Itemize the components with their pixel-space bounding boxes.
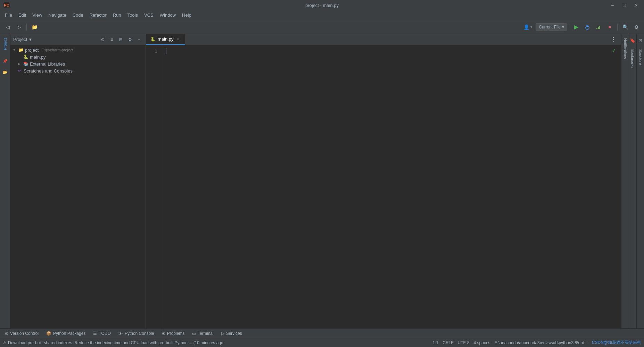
stop-button[interactable]: ■ (605, 22, 614, 32)
project-panel-dropdown-icon[interactable]: ▾ (29, 37, 32, 42)
python-console-label: Python Console (125, 331, 154, 336)
close-button[interactable]: × (632, 2, 641, 9)
run-config-label: Current File (539, 25, 561, 29)
menu-code[interactable]: Code (70, 11, 86, 19)
run-button[interactable]: ▶ (571, 22, 581, 32)
menu-bar: File Edit View Navigate Code Refactor Ru… (0, 10, 644, 20)
project-panel: Project ▾ ⊙ ≡ ⊟ ⚙ − ▼ 📁 project E:\pycha… (10, 34, 146, 328)
editor-status-check: ✓ (612, 47, 616, 54)
tree-item-scratches[interactable]: ✏ Scratches and Consoles (10, 67, 146, 74)
left-sidebar-tabs: Project 📌 📂 (0, 34, 10, 328)
run-config-dropdown[interactable]: Current File ▾ (536, 23, 567, 31)
app-logo: PC (3, 2, 10, 8)
sidebar-tab-project[interactable]: Project (2, 35, 9, 53)
bottom-tab-problems[interactable]: ⊗ Problems (158, 330, 188, 337)
window-title: project - main.py (305, 3, 339, 8)
tree-item-project-root[interactable]: ▼ 📁 project E:\pycharm\project (10, 46, 146, 53)
python-file-icon: 🐍 (23, 54, 28, 60)
status-bar: ⚠ Download pre-built shared indexes: Red… (0, 338, 644, 347)
menu-tools[interactable]: Tools (125, 11, 141, 19)
indent-settings[interactable]: 4 spaces (474, 340, 490, 345)
bottom-tab-todo[interactable]: ☰ TODO (90, 330, 114, 337)
panel-collapse-all-button[interactable]: ≡ (108, 36, 116, 43)
editor-tab-mainpy[interactable]: 🐍 main.py × (146, 34, 185, 45)
tree-label-mainpy: main.py (30, 54, 46, 60)
menu-navigate[interactable]: Navigate (46, 11, 69, 19)
editor-vertical-scrollbar[interactable] (618, 45, 621, 328)
bottom-tab-services[interactable]: ▷ Services (218, 330, 246, 337)
line-number-1: 1 (146, 48, 160, 54)
python-packages-icon: 📦 (46, 331, 51, 336)
problems-label: Problems (167, 331, 185, 336)
editor-tab-bar: 🐍 main.py × ⋮ (146, 34, 621, 45)
svg-text:PC: PC (4, 3, 9, 7)
debug-button[interactable] (583, 22, 592, 32)
panel-fold-button[interactable]: ⊟ (117, 36, 125, 43)
account-dropdown-icon: ▾ (530, 25, 532, 29)
menu-vcs[interactable]: VCS (141, 11, 156, 19)
structure-icon[interactable]: ⊡ (636, 35, 644, 45)
tree-item-mainpy[interactable]: 🐍 main.py (10, 53, 146, 60)
project-panel-title: Project (13, 37, 27, 42)
bookmarks-label[interactable]: Bookmarks (630, 49, 635, 68)
menu-file[interactable]: File (2, 11, 15, 19)
notifications-label[interactable]: Notifications (623, 38, 627, 59)
tab-more-button[interactable]: ⋮ (609, 35, 618, 44)
minimize-button[interactable]: − (608, 2, 617, 9)
git-user[interactable]: CSDN@加花猫不买哈班机 (592, 340, 641, 346)
tree-label-scratches: Scratches and Consoles (24, 68, 73, 74)
run-config-dropdown-icon: ▾ (562, 25, 564, 29)
menu-refactor[interactable]: Refactor (87, 11, 109, 19)
tree-label-external-libs: External Libraries (30, 61, 65, 67)
menu-edit[interactable]: Edit (16, 11, 29, 19)
todo-label: TODO (99, 331, 110, 336)
coverage-button[interactable] (594, 22, 603, 32)
settings-button[interactable]: ⚙ (631, 22, 641, 32)
svg-rect-8 (599, 26, 600, 29)
python-interpreter[interactable]: E:\anaconda\anaconda3\envs\sub\python3.8… (495, 340, 588, 345)
panel-sync-button[interactable]: ⊙ (99, 36, 107, 43)
toolbar-back-button[interactable]: ◁ (3, 22, 13, 32)
panel-header-actions: ⊙ ≡ ⊟ ⚙ − (99, 36, 143, 43)
tab-bar-actions: ⋮ (609, 35, 621, 44)
bottom-tab-terminal[interactable]: ▭ Terminal (189, 330, 217, 337)
tab-close-mainpy[interactable]: × (176, 37, 181, 42)
cursor-position[interactable]: 1:1 (433, 340, 439, 345)
title-bar: PC project - main.py − □ × (0, 0, 644, 10)
svg-rect-7 (598, 27, 599, 29)
panel-hide-button[interactable]: − (135, 36, 143, 43)
bottom-tab-python-console[interactable]: ≫ Python Console (115, 330, 158, 337)
maximize-button[interactable]: □ (620, 2, 628, 9)
services-icon: ▷ (221, 331, 224, 336)
file-encoding[interactable]: UTF-8 (458, 340, 470, 345)
toolbar-forward-button[interactable]: ▷ (14, 22, 24, 32)
bookmarks-sidebar: 🔖 Bookmarks (629, 34, 636, 328)
terminal-label: Terminal (198, 331, 213, 336)
bottom-tab-version-control[interactable]: ⊙ Version Control (1, 330, 42, 337)
menu-run[interactable]: Run (110, 11, 124, 19)
menu-window[interactable]: Window (157, 11, 179, 19)
menu-help[interactable]: Help (179, 11, 194, 19)
toolbar-open-button[interactable]: 📁 (30, 22, 39, 32)
sidebar-folder-button[interactable]: 📂 (0, 67, 10, 77)
panel-settings-button[interactable]: ⚙ (126, 36, 134, 43)
bottom-tabs: ⊙ Version Control 📦 Python Packages ☰ TO… (0, 328, 644, 338)
tree-arrow-project: ▼ (12, 48, 17, 52)
structure-label[interactable]: Structure (638, 49, 643, 65)
file-tree: ▼ 📁 project E:\pycharm\project 🐍 main.py… (10, 45, 146, 328)
svg-line-5 (587, 25, 588, 26)
line-ending[interactable]: CRLF (443, 340, 453, 345)
folder-icon: 📁 (18, 47, 24, 53)
bottom-tab-python-packages[interactable]: 📦 Python Packages (43, 330, 89, 337)
code-content[interactable] (163, 45, 618, 328)
search-everywhere-button[interactable]: 🔍 (620, 22, 630, 32)
menu-view[interactable]: View (30, 11, 45, 19)
project-panel-header: Project ▾ ⊙ ≡ ⊟ ⚙ − (10, 34, 146, 45)
tree-label-project: project (25, 48, 39, 53)
status-bar-right: 1:1 CRLF UTF-8 4 spaces E:\anaconda\anac… (433, 340, 641, 346)
account-button[interactable]: 👤 ▾ (521, 22, 534, 32)
status-message[interactable]: Download pre-built shared indexes: Reduc… (8, 340, 223, 345)
tree-item-external-libs[interactable]: ▶ 📚 External Libraries (10, 60, 146, 67)
sidebar-pin-button[interactable]: 📌 (0, 56, 10, 66)
version-control-icon: ⊙ (5, 331, 8, 336)
